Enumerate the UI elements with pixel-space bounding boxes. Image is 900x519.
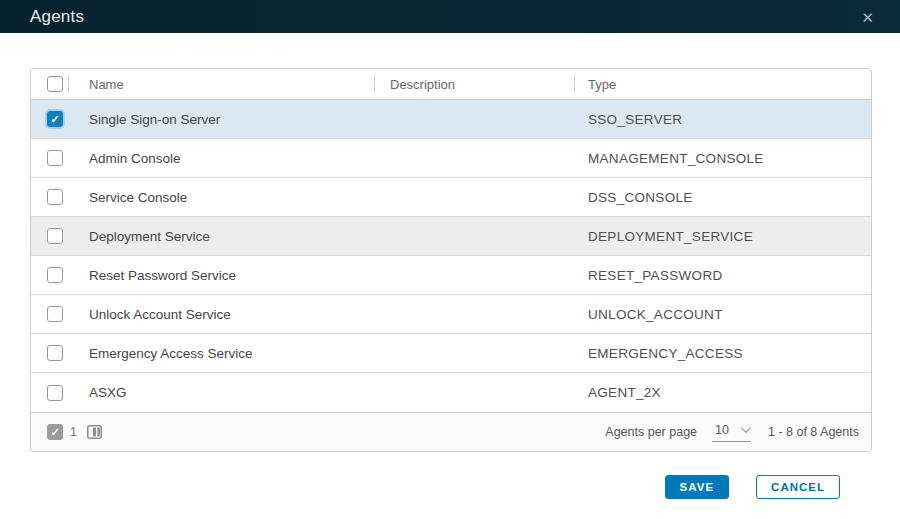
- row-checkbox[interactable]: [47, 306, 63, 322]
- row-select-cell: [31, 178, 68, 216]
- selected-count-checkbox: [47, 424, 63, 440]
- cancel-button[interactable]: CANCEL: [756, 475, 840, 499]
- dialog-title: Agents: [30, 7, 84, 27]
- cell-type: AGENT_2X: [574, 373, 871, 412]
- cell-type: SSO_SERVER: [574, 100, 871, 138]
- row-checkbox[interactable]: [47, 189, 63, 205]
- table-row[interactable]: Reset Password Service RESET_PASSWORD: [31, 256, 871, 295]
- dialog-actions: SAVE CANCEL: [30, 452, 872, 499]
- row-select-cell: [31, 295, 68, 333]
- save-button[interactable]: SAVE: [665, 475, 729, 499]
- table-row[interactable]: Unlock Account Service UNLOCK_ACCOUNT: [31, 295, 871, 334]
- table-row[interactable]: Service Console DSS_CONSOLE: [31, 178, 871, 217]
- cell-name: Single Sign-on Server: [68, 100, 374, 138]
- page-size-select[interactable]: 10: [712, 422, 751, 442]
- row-select-cell: [31, 334, 68, 372]
- cell-type: RESET_PASSWORD: [574, 256, 871, 294]
- row-checkbox[interactable]: [47, 150, 63, 166]
- page-size-value: 10: [715, 423, 729, 437]
- cell-name: Admin Console: [68, 139, 374, 177]
- cell-description: [374, 334, 574, 372]
- column-header-name[interactable]: Name: [68, 69, 374, 99]
- row-checkbox[interactable]: [47, 111, 63, 127]
- cell-type: UNLOCK_ACCOUNT: [574, 295, 871, 333]
- table-row[interactable]: Single Sign-on Server SSO_SERVER: [31, 100, 871, 139]
- table-body: Single Sign-on Server SSO_SERVER Admin C…: [31, 100, 871, 412]
- table-footer: 1 Agents per page 10 1: [31, 412, 871, 451]
- row-select-cell: [31, 217, 68, 255]
- cell-description: [374, 139, 574, 177]
- table-row[interactable]: Admin Console MANAGEMENT_CONSOLE: [31, 139, 871, 178]
- cell-type: DSS_CONSOLE: [574, 178, 871, 216]
- chevron-down-icon: [741, 423, 751, 433]
- column-header-type[interactable]: Type: [574, 69, 871, 99]
- cell-name: Emergency Access Service: [68, 334, 374, 372]
- cell-name: Reset Password Service: [68, 256, 374, 294]
- cell-description: [374, 256, 574, 294]
- cell-type: DEPLOYMENT_SERVICE: [574, 217, 871, 255]
- table-row[interactable]: ASXG AGENT_2X: [31, 373, 871, 412]
- cell-description: [374, 373, 574, 412]
- cell-description: [374, 178, 574, 216]
- dialog-header: Agents ✕: [0, 0, 900, 33]
- table-row[interactable]: Emergency Access Service EMERGENCY_ACCES…: [31, 334, 871, 373]
- cell-name: ASXG: [68, 373, 374, 412]
- table-row[interactable]: Deployment Service DEPLOYMENT_SERVICE: [31, 217, 871, 256]
- selected-count: 1: [70, 425, 77, 439]
- page-size-label: Agents per page: [605, 425, 697, 439]
- row-checkbox[interactable]: [47, 385, 63, 401]
- row-checkbox[interactable]: [47, 267, 63, 283]
- cell-name: Deployment Service: [68, 217, 374, 255]
- row-checkbox[interactable]: [47, 345, 63, 361]
- table-header-row: Name Description Type: [31, 69, 871, 100]
- footer-selection-summary: 1: [47, 424, 102, 440]
- cell-description: [374, 217, 574, 255]
- cell-type: MANAGEMENT_CONSOLE: [574, 139, 871, 177]
- cell-name: Service Console: [68, 178, 374, 216]
- agents-table: Name Description Type Single Sign-on Ser…: [30, 68, 872, 452]
- cell-description: [374, 295, 574, 333]
- dialog-body: Name Description Type Single Sign-on Ser…: [0, 33, 900, 499]
- close-icon[interactable]: ✕: [861, 9, 874, 24]
- select-all-cell: [31, 69, 68, 99]
- row-select-cell: [31, 373, 68, 412]
- cell-name: Unlock Account Service: [68, 295, 374, 333]
- cell-type: EMERGENCY_ACCESS: [574, 334, 871, 372]
- cell-description: [374, 100, 574, 138]
- column-picker-icon[interactable]: [87, 425, 102, 439]
- row-checkbox[interactable]: [47, 228, 63, 244]
- footer-pagination: Agents per page 10 1 - 8 of 8 Agents: [605, 422, 859, 442]
- row-select-cell: [31, 256, 68, 294]
- pagination-range: 1 - 8 of 8 Agents: [768, 425, 859, 439]
- select-all-checkbox[interactable]: [47, 76, 63, 92]
- column-header-description[interactable]: Description: [374, 69, 574, 99]
- agents-dialog: Agents ✕ Name Description Type Single Si…: [0, 0, 900, 499]
- row-select-cell: [31, 139, 68, 177]
- row-select-cell: [31, 100, 68, 138]
